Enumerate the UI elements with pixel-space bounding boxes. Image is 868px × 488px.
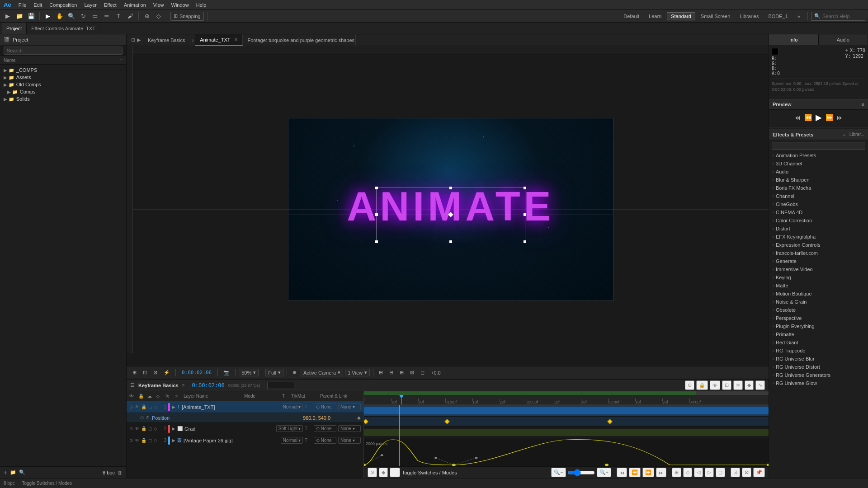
menu-view[interactable]: View (153, 2, 164, 8)
comp-tab-close-1[interactable]: ✕ (234, 37, 238, 42)
workspace-more[interactable]: » (793, 12, 804, 20)
view-mode-dropdown[interactable]: 1 View ▾ (345, 369, 370, 376)
keyframe-icon-l[interactable]: ⊙ (140, 415, 144, 420)
new-folder-icon[interactable]: + (119, 57, 123, 63)
effect-red-giant[interactable]: ›Red Giant (769, 338, 868, 347)
preview-first-btn[interactable]: ⏮ (794, 114, 801, 121)
graph-cursor[interactable] (371, 452, 375, 457)
open-btn[interactable]: 📁 (14, 11, 24, 21)
comp-tab-keyframe-basics[interactable]: Keyframe Basics (143, 34, 190, 46)
menu-effect[interactable]: Effect (104, 2, 117, 8)
preview-options-icon[interactable]: ≡ (862, 102, 864, 107)
quality-icon-3[interactable]: ◇ (154, 438, 157, 443)
tl-lock-btn[interactable]: 🔒 (696, 380, 708, 390)
tree-item-innercomps[interactable]: ▶ 📁 Comps (0, 88, 126, 95)
menu-window[interactable]: Window (171, 2, 189, 8)
effect-3d-channel[interactable]: ›3D Channel (769, 160, 868, 168)
graph-select-btn[interactable]: ⊞ (672, 468, 681, 477)
tab-project[interactable]: Project (2, 23, 27, 34)
effect-generate[interactable]: ›Generate (769, 257, 868, 265)
tab-audio[interactable]: Audio (819, 34, 868, 45)
layer-link-3[interactable]: None ▾ (338, 437, 361, 444)
puppet-tool[interactable]: ⊕ (142, 11, 152, 21)
layer-row-2[interactable]: ⊙ 👁 🔒 ◻ ◇ 2 ▶ ⬜ Grad Soft Light ▾ (127, 423, 363, 435)
tl-markers-btn[interactable]: ◆ (745, 380, 754, 390)
layer-parent-1[interactable]: ⊙ None (314, 404, 336, 410)
switch-t-1[interactable]: T (305, 404, 312, 409)
graph-ease-btn[interactable]: ◇ (683, 468, 692, 477)
preview-forward-btn[interactable]: ⏩ (826, 114, 833, 121)
workspace-bode[interactable]: BODE_1 (764, 12, 792, 20)
workspace-standard[interactable]: Standard (667, 12, 695, 20)
comp-tab-animate-txt[interactable]: Animate_TXT ✕ (195, 34, 243, 46)
expand-icon-2[interactable]: ▶ (172, 426, 175, 431)
effects-other-tab[interactable]: Librar... (849, 132, 864, 137)
arrow-tool[interactable]: ▶ (43, 11, 53, 21)
effect-distort[interactable]: ›Distort (769, 225, 868, 233)
expand-icon-1[interactable]: ▶ (172, 404, 175, 409)
lock-icon-3[interactable]: 🔒 (141, 438, 146, 443)
fast-previews-btn[interactable]: ⚡ (161, 369, 172, 376)
layer-row-3[interactable]: ⊙ 👁 🔒 ◻ ◇ 3 ▶ 🖼 [Vintage Paper 26.jpg] N… (127, 435, 363, 446)
layer-link-1[interactable]: None ▾ (338, 404, 361, 410)
solo-icon-1[interactable]: ⊙ (129, 404, 133, 409)
effect-rg-universe-glow[interactable]: ›RG Universe Glow (769, 379, 868, 387)
effect-rg-universe-generators[interactable]: ›RG Universe Generators (769, 371, 868, 379)
rotate-tool[interactable]: ↻ (78, 11, 88, 21)
add-keyframe-btn[interactable]: ◆ (379, 468, 388, 477)
menu-edit[interactable]: Edit (33, 2, 42, 8)
keyframe-1[interactable] (364, 419, 368, 424)
composition-viewer[interactable]: ANIMATE (288, 118, 613, 301)
graph-fit-btn[interactable]: ⊡ (731, 468, 740, 477)
zoom-out-btn[interactable]: 🔍− (551, 468, 566, 477)
new-item-btn[interactable]: + (4, 469, 7, 476)
tl-timecode[interactable]: 0:00:02:06 (192, 382, 225, 389)
tab-info[interactable]: Info (769, 34, 819, 45)
preview-back-btn[interactable]: ⏪ (804, 114, 812, 121)
tl-search-input[interactable] (267, 382, 294, 389)
shy-icon-1[interactable]: ◻ (148, 404, 152, 409)
layer-parent-3[interactable]: ⊙ None (314, 437, 336, 444)
shy-icon-3[interactable]: ◻ (148, 438, 152, 443)
menu-animation[interactable]: Animation (124, 2, 146, 8)
workspace-learn[interactable]: Learn (645, 12, 665, 20)
transparency-grid-btn[interactable]: ⊡ (141, 369, 149, 376)
toggle-pixel-aspect-btn[interactable]: ⊠ (151, 369, 160, 376)
layer-mode-1[interactable]: Normal ▾ (281, 404, 303, 410)
layer-parent-2[interactable]: ⊙ None (314, 425, 336, 432)
rect-tool[interactable]: ▭ (90, 11, 100, 21)
project-search-input[interactable] (4, 47, 123, 55)
effect-motion-boutique[interactable]: ›Motion Boutique (769, 290, 868, 298)
vis-icon-3[interactable]: 👁 (135, 438, 139, 443)
timeline-ruler[interactable]: 10f 20f 01:00f 10f 20f 02:00f 10f 20f 03… (364, 395, 769, 405)
quality-icon-1[interactable]: ◇ (154, 404, 157, 409)
find-btn[interactable]: 🔍 (19, 469, 25, 475)
lock-icon-2[interactable]: 🔒 (141, 426, 146, 431)
effect-color-correction[interactable]: ›Color Correction (769, 216, 868, 225)
quality-icon-2[interactable]: ◇ (154, 426, 157, 431)
keyframe-2[interactable] (444, 419, 449, 424)
effect-keying[interactable]: ›Keying (769, 273, 868, 282)
tree-item-comps[interactable]: ▶ 📁 _COMPS (0, 66, 126, 74)
snapping-toggle[interactable]: ⊞ Snapping (170, 12, 204, 21)
tree-item-solids[interactable]: ▶ 📁 Solids (0, 95, 126, 103)
shape-tool[interactable]: ◇ (154, 11, 164, 21)
lock-icon-1[interactable]: 🔒 (141, 404, 146, 409)
save-btn[interactable]: 💾 (26, 11, 36, 21)
effect-audio[interactable]: ›Audio (769, 168, 868, 176)
folder-btn[interactable]: 📁 (10, 469, 16, 475)
graph-pin-btn[interactable]: 📌 (753, 468, 765, 477)
effect-rg-trapcode[interactable]: ›RG Trapcode (769, 347, 868, 355)
workspace-default[interactable]: Default (619, 12, 643, 20)
menu-layer[interactable]: Layer (84, 2, 97, 8)
effect-immersive[interactable]: ›Immersive Video (769, 265, 868, 273)
effect-matte[interactable]: ›Matte (769, 282, 868, 290)
effects-options[interactable]: ≡ (843, 132, 845, 137)
keyframe-3[interactable] (607, 419, 612, 424)
tl-motion-blur-btn[interactable]: ≋ (733, 380, 743, 390)
viewer-grid-btn[interactable]: ⊟ (387, 369, 396, 376)
workspace-small[interactable]: Small Screen (697, 12, 734, 20)
tl-shy-btn[interactable]: 👁 (710, 380, 720, 390)
effect-primatte[interactable]: ›Primatte (769, 330, 868, 338)
effect-obsolete[interactable]: ›Obsolete (769, 306, 868, 314)
